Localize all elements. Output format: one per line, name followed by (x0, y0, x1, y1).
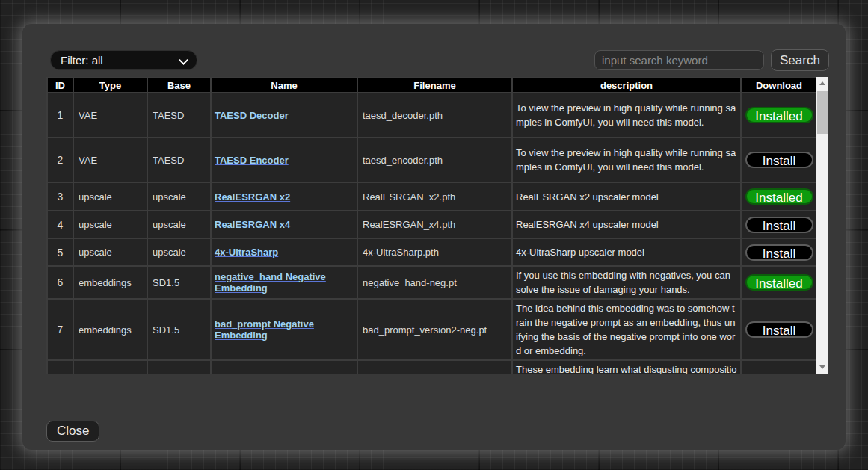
cell-type: upscale (73, 238, 147, 266)
table-row: 2 VAE TAESD TAESD Encoder taesd_encoder.… (47, 137, 816, 182)
search-button[interactable]: Search (771, 49, 829, 71)
column-header: Download (741, 78, 816, 93)
column-header: Type (73, 78, 147, 93)
cell-type: embeddings (73, 299, 147, 360)
cell-id: 3 (47, 182, 73, 211)
cell-type: VAE (73, 93, 147, 137)
table-row: 4 upscale upscale RealESRGAN x4 RealESRG… (47, 211, 816, 238)
column-header: Base (147, 78, 211, 93)
cell-filename: taesd_decoder.pth (357, 93, 512, 137)
table-row: 3 upscale upscale RealESRGAN x2 RealESRG… (47, 182, 816, 211)
cell-filename: taesd_encoder.pth (357, 137, 512, 182)
cell-download: Install (741, 137, 816, 182)
cell-description: These embedding learn what disgusting co… (512, 360, 741, 374)
cell-name (211, 360, 357, 374)
column-header: Name (211, 78, 357, 93)
cell-name: 4x-UltraSharp (211, 238, 357, 266)
cell-filename: RealESRGAN_x4.pth (357, 211, 512, 238)
table-scrollbar[interactable] (816, 77, 828, 374)
cell-type (73, 360, 147, 374)
installed-button[interactable]: Installed (745, 107, 813, 123)
cell-download (741, 360, 816, 374)
install-button[interactable]: Install (745, 321, 813, 338)
table-header-row: IDTypeBaseNameFilenamedescriptionDownloa… (47, 78, 816, 93)
installed-button[interactable]: Installed (745, 274, 813, 291)
cell-description: To view the preview in high quality whil… (512, 93, 741, 137)
cell-description: RealESRGAN x4 upscaler model (512, 211, 741, 238)
cell-type: embeddings (73, 266, 147, 299)
model-name-link[interactable]: RealESRGAN x2 (215, 191, 290, 202)
cell-base: TAESD (147, 137, 211, 182)
column-header: Filename (357, 78, 512, 93)
model-name-link[interactable]: negative_hand Negative Embedding (215, 271, 326, 294)
cell-name: TAESD Decoder (211, 93, 357, 137)
installed-button[interactable]: Installed (745, 188, 813, 205)
cell-filename: bad_prompt_version2-neg.pt (357, 299, 512, 360)
cell-download: Installed (741, 182, 816, 211)
model-name-link[interactable]: TAESD Decoder (215, 110, 289, 121)
cell-download: Install (741, 238, 816, 266)
cell-id: 2 (47, 137, 73, 182)
filter-dropdown[interactable]: Filter: all (50, 50, 197, 70)
cell-name: RealESRGAN x4 (211, 211, 357, 238)
filter-dropdown-wrap: Filter: all (50, 50, 197, 70)
models-table-area: IDTypeBaseNameFilenamedescriptionDownloa… (46, 77, 828, 374)
install-button[interactable]: Install (745, 244, 813, 261)
cell-download: Install (741, 211, 816, 238)
cell-description: If you use this embedding with negatives… (512, 266, 741, 299)
model-name-link[interactable]: TAESD Encoder (215, 155, 289, 166)
models-table: IDTypeBaseNameFilenamedescriptionDownloa… (46, 77, 816, 374)
cell-type: upscale (73, 211, 147, 238)
cell-download: Installed (741, 93, 816, 137)
cell-description: RealESRGAN x2 upscaler model (512, 182, 741, 211)
model-name-link[interactable]: RealESRGAN x4 (215, 219, 290, 230)
table-row: These embedding learn what disgusting co… (47, 360, 816, 374)
cell-base: upscale (147, 238, 211, 266)
table-row: 6 embeddings SD1.5 negative_hand Negativ… (47, 266, 816, 299)
cell-name: TAESD Encoder (211, 137, 357, 182)
cell-name: RealESRGAN x2 (211, 182, 357, 211)
cell-id (47, 360, 73, 374)
cell-id: 5 (47, 238, 73, 266)
cell-download: Installed (741, 266, 816, 299)
scroll-down-icon[interactable] (819, 365, 825, 369)
cell-base: upscale (147, 182, 211, 211)
cell-filename: RealESRGAN_x2.pth (357, 182, 512, 211)
cell-type: VAE (73, 137, 147, 182)
cell-description: To view the preview in high quality whil… (512, 137, 741, 182)
column-header: description (512, 78, 741, 93)
cell-description: 4x-UltraSharp upscaler model (512, 238, 741, 266)
cell-base: SD1.5 (147, 266, 211, 299)
search-input[interactable] (594, 50, 764, 70)
cell-download: Install (741, 299, 816, 360)
cell-name: bad_prompt Negative Embedding (211, 299, 357, 360)
models-table-clip: IDTypeBaseNameFilenamedescriptionDownloa… (46, 77, 816, 374)
scrollbar-thumb[interactable] (817, 91, 828, 134)
cell-id: 6 (47, 266, 73, 299)
cell-description: The idea behind this embedding was to so… (512, 299, 741, 360)
cell-name: negative_hand Negative Embedding (211, 266, 357, 299)
close-button[interactable]: Close (46, 421, 99, 442)
model-manager-dialog: Filter: all Search IDTypeBaseNameFilenam… (22, 24, 846, 450)
model-name-link[interactable]: bad_prompt Negative Embedding (215, 318, 314, 341)
table-row: 7 embeddings SD1.5 bad_prompt Negative E… (47, 299, 816, 360)
column-header: ID (47, 78, 73, 93)
table-row: 5 upscale upscale 4x-UltraSharp 4x-Ultra… (47, 238, 816, 266)
model-name-link[interactable]: 4x-UltraSharp (215, 247, 278, 258)
cell-base (147, 360, 211, 374)
cell-filename: negative_hand-neg.pt (357, 266, 512, 299)
cell-filename (357, 360, 512, 374)
cell-id: 1 (47, 93, 73, 137)
scroll-up-icon[interactable] (819, 81, 825, 85)
cell-base: upscale (147, 211, 211, 238)
install-button[interactable]: Install (745, 217, 813, 233)
cell-filename: 4x-UltraSharp.pth (357, 238, 512, 266)
install-button[interactable]: Install (745, 152, 813, 168)
cell-id: 7 (47, 299, 73, 360)
cell-base: TAESD (147, 93, 211, 137)
cell-type: upscale (73, 182, 147, 211)
cell-base: SD1.5 (147, 299, 211, 360)
cell-id: 4 (47, 211, 73, 238)
table-row: 1 VAE TAESD TAESD Decoder taesd_decoder.… (47, 93, 816, 137)
